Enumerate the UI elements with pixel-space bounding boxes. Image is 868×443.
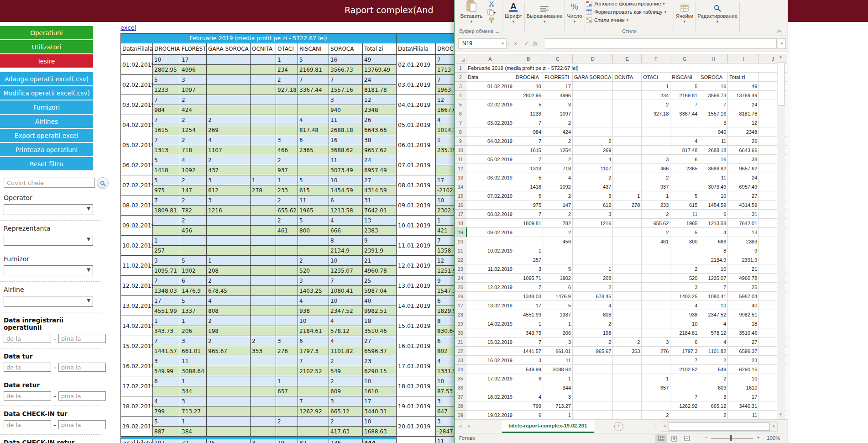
insert-function-button[interactable]: fx [533, 40, 538, 47]
cell[interactable]: 01.02.2019 [466, 82, 514, 91]
cell[interactable] [466, 127, 514, 137]
cell[interactable] [642, 274, 670, 283]
cell[interactable]: 1254 [543, 146, 573, 155]
cell[interactable]: 6 [670, 338, 699, 347]
cell[interactable]: 06.02.2019 [466, 173, 514, 182]
reprezentanta-select[interactable]: ▼ [4, 235, 93, 246]
cell[interactable]: 1092 [543, 182, 573, 191]
cell[interactable]: 8 [699, 246, 728, 255]
data-tur-from-input[interactable] [4, 363, 51, 372]
cell[interactable]: 3 [543, 392, 573, 401]
cell[interactable]: 466 [642, 164, 670, 173]
number-group-button[interactable]: % Число ▾ [565, 0, 584, 24]
cell[interactable] [613, 164, 642, 173]
cell[interactable]: 2 [543, 137, 573, 146]
cell[interactable]: 27 [728, 338, 759, 347]
cell[interactable] [642, 255, 670, 264]
cell[interactable]: 4 [670, 301, 699, 310]
cell[interactable]: 09.02.2019 [466, 228, 514, 237]
row-header-27[interactable]: 27 [455, 301, 466, 310]
cell[interactable] [613, 109, 642, 118]
formula-input[interactable] [545, 38, 777, 49]
cell[interactable] [613, 356, 642, 365]
row-header-17[interactable]: 17 [455, 210, 466, 219]
scroll-right-icon[interactable]: ▸ [771, 422, 777, 430]
cell[interactable]: 665.12 [699, 401, 728, 411]
cell[interactable]: 1216 [573, 219, 613, 228]
cell[interactable]: 9 [728, 246, 759, 255]
cell[interactable]: 353 [613, 347, 642, 356]
cell[interactable]: 233 [642, 200, 670, 210]
cell[interactable]: 1441.57 [514, 347, 543, 356]
cell[interactable]: 13.02.2019 [466, 301, 514, 310]
cells-group-button[interactable]: Ячейки ▾ [675, 0, 695, 24]
cell[interactable] [642, 392, 670, 401]
row-header-8[interactable]: 8 [455, 127, 466, 137]
row-header-20[interactable]: 20 [455, 237, 466, 246]
excel-export-link[interactable]: excel [120, 24, 136, 31]
cell[interactable]: 678.45 [573, 292, 613, 301]
cell[interactable] [573, 383, 613, 392]
cell[interactable]: 2 [642, 411, 670, 420]
cell[interactable]: 198 [573, 328, 613, 338]
sidebar-item-modifica-operatii-excel-csv[interactable]: Modifica operatii excel(.csv) [0, 86, 93, 100]
cell[interactable]: 940 [699, 127, 728, 137]
cell[interactable]: 1235.07 [699, 274, 728, 283]
row-header-16[interactable]: 16 [455, 200, 466, 210]
scroll-down-icon[interactable]: ▼ [777, 412, 784, 420]
cell[interactable] [613, 319, 642, 328]
cell[interactable]: 5 [543, 301, 573, 310]
row-header-11[interactable]: 11 [455, 155, 466, 164]
row-header-28[interactable]: 28 [455, 310, 466, 319]
cell[interactable]: 11 [543, 356, 573, 365]
cell[interactable] [573, 237, 613, 246]
cell[interactable]: 9657.62 [728, 164, 759, 173]
cell[interactable]: 1097 [543, 109, 573, 118]
cell[interactable]: 3 [573, 210, 613, 219]
cell[interactable]: 17 [543, 82, 573, 91]
cell[interactable]: 1 [543, 411, 573, 420]
cell[interactable]: 1403.25 [670, 292, 699, 301]
cell[interactable]: 975 [514, 200, 543, 210]
row-header-19[interactable]: 19 [455, 228, 466, 237]
cell[interactable]: 3 [543, 338, 573, 347]
cell[interactable] [466, 292, 514, 301]
cell[interactable]: 1809.81 [514, 219, 543, 228]
cell[interactable]: 1454.59 [699, 200, 728, 210]
cell[interactable]: 3 [514, 356, 543, 365]
cell[interactable]: 782 [543, 219, 573, 228]
cell[interactable]: 2 [543, 118, 573, 127]
cell[interactable]: 1313 [514, 164, 543, 173]
cell[interactable]: 5 [514, 173, 543, 182]
cell[interactable] [613, 383, 642, 392]
cell[interactable]: 2365 [670, 164, 699, 173]
column-header-I[interactable]: I [728, 54, 759, 63]
cell[interactable]: 3 [699, 392, 728, 401]
horizontal-scrollbar[interactable]: ◂ ▸ [661, 422, 778, 432]
paste-button[interactable]: Вставить ▾ [458, 0, 485, 24]
cell[interactable]: 11 [670, 210, 699, 219]
cell[interactable]: 04.02.2019 [466, 137, 514, 146]
cell[interactable]: 3440.31 [728, 401, 759, 411]
sidebar-item-export-operatii-excel[interactable]: Export operatii excel [0, 129, 93, 142]
page-break-view-button[interactable] [681, 434, 693, 443]
cell[interactable]: 1965 [670, 219, 699, 228]
cell[interactable]: 7642.01 [728, 219, 759, 228]
cell[interactable] [466, 383, 514, 392]
sidebar-item-iesire[interactable]: Iesire [0, 54, 93, 68]
header-cell[interactable]: OTACI [642, 73, 670, 82]
cell[interactable]: 2348 [728, 127, 759, 137]
cell[interactable]: 1080.41 [699, 292, 728, 301]
cell[interactable]: 7 [514, 210, 543, 219]
row-header-36[interactable]: 36 [455, 383, 466, 392]
ribbon-collapse-button[interactable] [777, 26, 782, 35]
cell[interactable]: 437 [573, 182, 613, 191]
cell[interactable] [670, 118, 699, 127]
cell[interactable] [642, 328, 670, 338]
cell[interactable] [573, 401, 613, 411]
cell[interactable]: 269 [573, 146, 613, 155]
cell[interactable]: 2391.9 [728, 255, 759, 264]
cell[interactable]: 3 [642, 338, 670, 347]
cell[interactable]: 12.02.2019 [466, 283, 514, 292]
cell[interactable]: 208 [573, 274, 613, 283]
